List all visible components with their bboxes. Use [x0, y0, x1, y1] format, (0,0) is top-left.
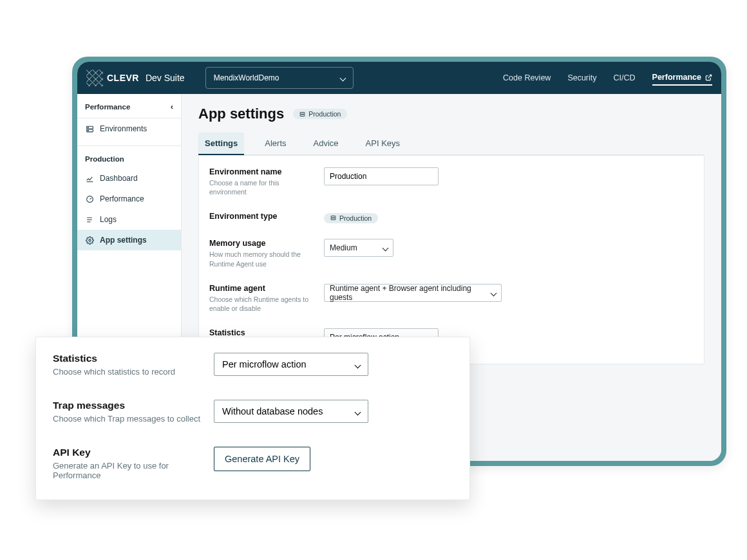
chevron-down-icon: [355, 406, 360, 416]
sidebar-item-label: Performance: [100, 194, 144, 203]
env-name-input[interactable]: [324, 167, 439, 185]
settings-tabs: Settings Alerts Advice API Keys: [198, 133, 704, 155]
memory-label: Memory usage: [209, 239, 316, 248]
project-selector[interactable]: MendixWorldDemo: [205, 67, 354, 89]
sidebar-item-performance[interactable]: Performance: [77, 189, 181, 209]
logo-pattern-icon: [86, 70, 103, 86]
topnav-performance[interactable]: Performance: [652, 73, 712, 86]
settings-card: Environment name Choose a name for this …: [198, 155, 704, 364]
env-name-label: Environment name: [209, 167, 316, 176]
env-type-badge: Production: [324, 213, 378, 223]
sidebar-section-production: Production: [77, 146, 181, 168]
topnav-code-review[interactable]: Code Review: [503, 73, 551, 83]
list-icon: [85, 216, 94, 224]
project-selector-value: MendixWorldDemo: [214, 73, 279, 82]
collapse-icon[interactable]: ‹: [171, 102, 173, 111]
brand-logo: CLEVR Dev Suite: [86, 70, 185, 86]
chevron-down-icon: [341, 73, 345, 82]
sidebar-item-dashboard[interactable]: Dashboard: [77, 168, 181, 189]
apikey-help: Generate an API Key to use for Performan…: [53, 461, 214, 480]
svg-rect-7: [300, 114, 305, 116]
chevron-down-icon: [383, 243, 388, 252]
server-icon: [85, 125, 94, 133]
svg-rect-9: [331, 218, 336, 220]
topnav-cicd[interactable]: CI/CD: [614, 73, 636, 83]
svg-point-5: [88, 239, 90, 241]
chevron-down-icon: [491, 288, 496, 297]
stats-label-sm: Statistics: [209, 328, 316, 337]
app-header: CLEVR Dev Suite MendixWorldDemo Code Rev…: [77, 62, 721, 94]
zoom-detail-panel: Statistics Choose which statistics to re…: [35, 337, 470, 500]
apikey-label: API Key: [53, 447, 214, 458]
top-nav: Code Review Security CI/CD Performance: [503, 73, 712, 83]
tab-settings[interactable]: Settings: [198, 133, 244, 155]
runtime-label: Runtime agent: [209, 284, 316, 293]
sidebar-item-environments[interactable]: Environments: [77, 118, 181, 139]
page-title: App settings: [198, 106, 284, 122]
sidebar-item-app-settings[interactable]: App settings: [77, 230, 181, 250]
runtime-help: Choose which Runtime agents to enable or…: [209, 295, 316, 313]
topnav-security[interactable]: Security: [567, 73, 596, 83]
sidebar-item-label: Logs: [100, 215, 117, 224]
stats-help: Choose which statistics to record: [53, 367, 214, 377]
env-badge: Production: [293, 109, 347, 119]
env-type-label: Environment type: [209, 212, 316, 221]
sidebar-item-label: Dashboard: [100, 174, 138, 183]
brand-strong: CLEVR: [107, 73, 139, 83]
env-name-help: Choose a name for this environment: [209, 178, 316, 196]
tab-api-keys[interactable]: API Keys: [359, 133, 406, 154]
brand-light: Dev Suite: [146, 73, 185, 83]
server-small-icon: [299, 111, 305, 117]
generate-api-key-button[interactable]: Generate API Key: [214, 447, 310, 471]
sidebar-title: Performance: [85, 103, 130, 111]
chart-icon: [85, 174, 94, 183]
chevron-down-icon: [355, 359, 360, 369]
trap-help: Choose which Trap messages to collect: [53, 414, 214, 424]
stats-label: Statistics: [53, 353, 214, 364]
statistics-select[interactable]: Per microflow action: [214, 353, 368, 376]
sidebar-item-label: Environments: [100, 124, 147, 133]
svg-rect-6: [300, 112, 305, 114]
runtime-agent-select[interactable]: Runtime agent + Browser agent including …: [324, 284, 502, 302]
gauge-icon: [85, 195, 94, 203]
memory-select[interactable]: Medium: [324, 239, 393, 257]
svg-point-2: [88, 127, 88, 127]
trap-label: Trap messages: [53, 400, 214, 411]
server-small-icon: [330, 215, 336, 221]
gear-icon: [85, 236, 94, 245]
sidebar-item-label: App settings: [100, 236, 147, 245]
tab-alerts[interactable]: Alerts: [258, 133, 292, 154]
tab-advice[interactable]: Advice: [307, 133, 345, 154]
svg-point-3: [88, 130, 88, 131]
trap-messages-select[interactable]: Without database nodes: [214, 400, 368, 423]
svg-rect-8: [331, 216, 336, 218]
external-link-icon: [705, 74, 712, 81]
memory-help: How much memory should the Runtime Agent…: [209, 250, 316, 268]
sidebar-item-logs[interactable]: Logs: [77, 209, 181, 230]
